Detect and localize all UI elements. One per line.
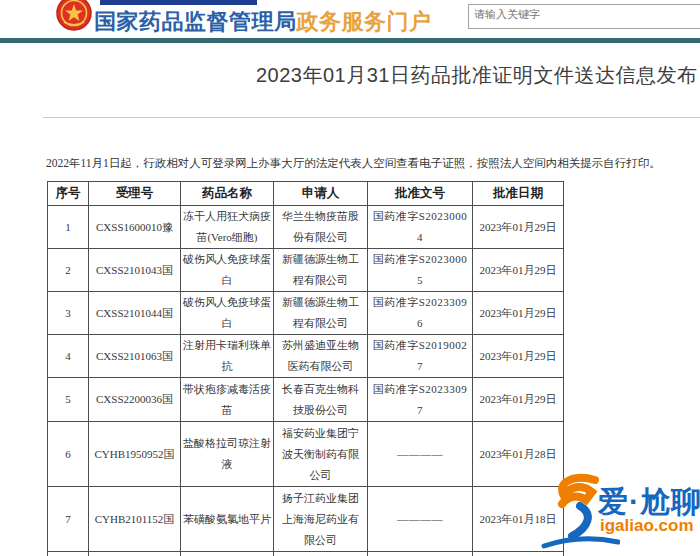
approvals-table: 序号受理号药品名称申请人批准文号批准日期 1CXSS1600010豫冻干人用狂犬… xyxy=(47,181,564,556)
table-wrap: 序号受理号药品名称申请人批准文号批准日期 1CXSS1600010豫冻干人用狂犬… xyxy=(47,181,564,556)
watermark: 爱·尬聊 igaliao.com xyxy=(540,472,700,556)
table-cell xyxy=(368,552,473,556)
table-cell: CXSS2101044国 xyxy=(89,292,181,335)
table-cell: 新疆德源生物工程有限公司 xyxy=(274,249,368,292)
table-cell: CYHB2101152国 xyxy=(89,487,181,552)
table-row: 6CYHB1950952国盐酸格拉司琼注射液福安药业集团宁波天衡制药有限公司——… xyxy=(48,422,564,487)
column-header: 序号 xyxy=(48,182,89,206)
table-cell: 国药准字S20230004 xyxy=(368,206,473,249)
table-cell: 国药集团…… xyxy=(274,552,368,556)
column-header: 批准日期 xyxy=(473,182,564,206)
table-cell: 扬子江药业集团上海海尼药业有限公司 xyxy=(274,487,368,552)
table-cell: 2023年01月29日 xyxy=(473,206,564,249)
table-cell: 7 xyxy=(48,487,89,552)
header-divider-bar xyxy=(0,38,700,43)
table-cell: 国药准字S20190027 xyxy=(368,335,473,378)
table-row: 4CXSS2101063国注射用卡瑞利珠单抗苏州盛迪亚生物医药有限公司国药准字S… xyxy=(48,335,564,378)
table-cell: 5 xyxy=(48,378,89,422)
table-header: 序号受理号药品名称申请人批准文号批准日期 xyxy=(48,182,564,206)
table-row: 8国药集团…… xyxy=(48,552,564,556)
table-cell: 注射用卡瑞利珠单抗 xyxy=(181,335,274,378)
table-cell: 2023年01月29日 xyxy=(473,378,564,422)
table-cell: 冻干人用狂犬病疫苗(Vero细胞) xyxy=(181,206,274,249)
table-cell: 长春百克生物科技股份公司 xyxy=(274,378,368,422)
table-cell: 新疆德源生物工程有限公司 xyxy=(274,292,368,335)
table-cell: 苯磺酸氨氯地平片 xyxy=(181,487,274,552)
table-cell: 国药准字S20233096 xyxy=(368,292,473,335)
table-row: 5CXSS2200036国带状疱疹减毒活疫苗长春百克生物科技股份公司国药准字S2… xyxy=(48,378,564,422)
column-header: 受理号 xyxy=(89,182,181,206)
table-cell xyxy=(181,552,274,556)
table-cell: 1 xyxy=(48,206,89,249)
table-cell: 8 xyxy=(48,552,89,556)
column-header: 药品名称 xyxy=(181,182,274,206)
table-cell: 国药准字S20230005 xyxy=(368,249,473,292)
watermark-url: igaliao.com xyxy=(600,516,694,536)
table-cell: 盐酸格拉司琼注射液 xyxy=(181,422,274,487)
table-cell: 2023年01月29日 xyxy=(473,292,564,335)
table-row: 3CXSS2101044国破伤风人免疫球蛋白新疆德源生物工程有限公司国药准字S2… xyxy=(48,292,564,335)
table-cell: 福安药业集团宁波天衡制药有限公司 xyxy=(274,422,368,487)
table-cell: 带状疱疹减毒活疫苗 xyxy=(181,378,274,422)
table-cell: CXSS2200036国 xyxy=(89,378,181,422)
title-separator xyxy=(43,117,700,118)
table-row: 2CXSS2101043国破伤风人免疫球蛋白新疆德源生物工程有限公司国药准字S2… xyxy=(48,249,564,292)
table-cell: CXSS2101063国 xyxy=(89,335,181,378)
portal-name: 政务服务门户 xyxy=(297,9,432,34)
table-cell: 国药准字S20233097 xyxy=(368,378,473,422)
table-cell: 2023年01月29日 xyxy=(473,249,564,292)
site-header: 国家药品监督管理局政务服务门户 xyxy=(0,0,700,38)
table-cell: 2 xyxy=(48,249,89,292)
table-cell: ———— xyxy=(368,487,473,552)
page: 国家药品监督管理局政务服务门户 2023年01月31日药品批准证明文件送达信息发… xyxy=(0,0,700,556)
table-cell: 3 xyxy=(48,292,89,335)
table-cell: 苏州盛迪亚生物医药有限公司 xyxy=(274,335,368,378)
site-logo: 国家药品监督管理局政务服务门户 xyxy=(94,7,432,37)
table-cell: 破伤风人免疫球蛋白 xyxy=(181,292,274,335)
notice-text: 2022年11月1日起，行政相对人可登录网上办事大厅的法定代表人空间查看电子证照… xyxy=(46,156,661,171)
table-cell: 2023年01月29日 xyxy=(473,335,564,378)
table-cell xyxy=(89,552,181,556)
table-cell: ———— xyxy=(368,422,473,487)
agency-name: 国家药品监督管理局 xyxy=(94,9,297,34)
page-title: 2023年01月31日药品批准证明文件送达信息发布 xyxy=(256,62,697,89)
search-input[interactable] xyxy=(468,4,700,29)
table-cell: CXSS1600010豫 xyxy=(89,206,181,249)
table-cell: 华兰生物疫苗股份有限公司 xyxy=(274,206,368,249)
column-header: 申请人 xyxy=(274,182,368,206)
table-row: 1CXSS1600010豫冻干人用狂犬病疫苗(Vero细胞)华兰生物疫苗股份有限… xyxy=(48,206,564,249)
table-cell: CXSS2101043国 xyxy=(89,249,181,292)
table-cell: 4 xyxy=(48,335,89,378)
table-row: 7CYHB2101152国苯磺酸氨氯地平片扬子江药业集团上海海尼药业有限公司——… xyxy=(48,487,564,552)
header-ribbon xyxy=(100,0,257,5)
national-emblem-icon xyxy=(56,0,92,35)
table-cell: 6 xyxy=(48,422,89,487)
column-header: 批准文号 xyxy=(368,182,473,206)
table-cell: CYHB1950952国 xyxy=(89,422,181,487)
table-cell: 破伤风人免疫球蛋白 xyxy=(181,249,274,292)
